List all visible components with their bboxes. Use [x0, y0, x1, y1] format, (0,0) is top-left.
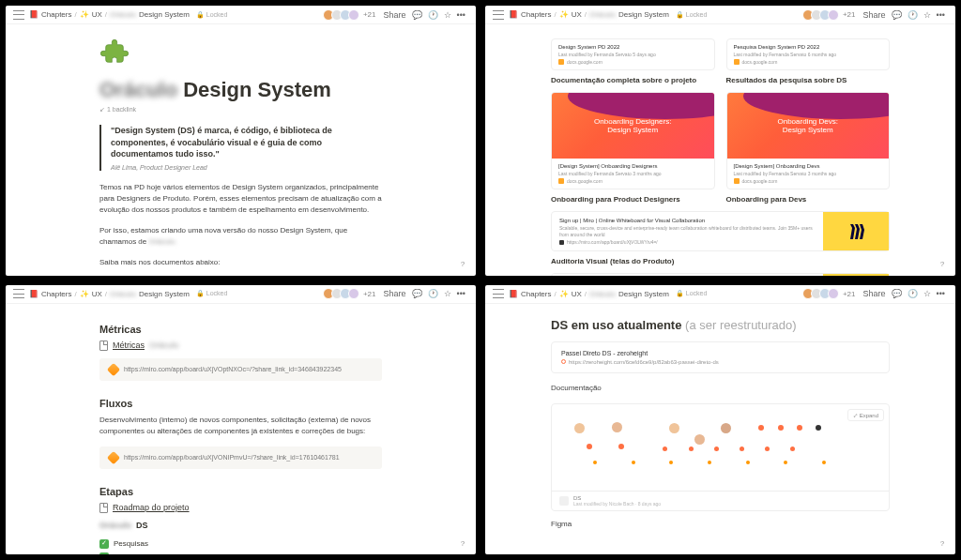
- crumb-chapters[interactable]: Chapters: [41, 10, 71, 19]
- subpage-metricas[interactable]: Métricas Oráculo: [99, 341, 382, 351]
- gdoc-icon: [558, 178, 564, 184]
- book-icon: 📕: [29, 10, 38, 19]
- miro-link-2[interactable]: https://miro.com/app/board/uXjVONIPmvU=/…: [99, 446, 382, 469]
- check-icon: ✓: [99, 552, 109, 554]
- breadcrumb[interactable]: 📕 Chapters/ ✨ UX/ Oráculo Design System …: [509, 10, 707, 19]
- subpage-roadmap[interactable]: Roadmap do projeto: [99, 503, 382, 513]
- book-icon: 📕: [29, 290, 38, 298]
- quote-text: "Design System (DS) é marca, é código, é…: [111, 125, 382, 160]
- crumb-blurred: Oráculo: [110, 10, 136, 19]
- menu-icon[interactable]: [493, 10, 504, 20]
- crumb-ds[interactable]: Design System: [139, 10, 190, 19]
- page-icon: [99, 341, 108, 351]
- book-icon: 📕: [509, 290, 518, 298]
- clock-icon[interactable]: 🕐: [908, 10, 918, 20]
- sparkle-icon: ✨: [80, 290, 89, 298]
- section-title: Documentação completa sobre o projeto: [551, 76, 715, 84]
- sparkle-icon: ✨: [559, 10, 569, 19]
- menu-icon[interactable]: [13, 10, 24, 20]
- gdoc-icon: [734, 59, 740, 65]
- page-content: DS em uso atualmente (a ser reestruturad…: [485, 304, 955, 555]
- sparkle-icon: ✨: [80, 10, 89, 19]
- presence-avatars[interactable]: [326, 9, 359, 21]
- topbar: 📕 Chapters/ ✨ UX/ Oráculo Design System …: [6, 6, 476, 24]
- heading-ds-uso: DS em uso atualmente (a ser reestruturad…: [551, 318, 890, 332]
- star-icon[interactable]: ☆: [923, 289, 931, 298]
- miro-card-1[interactable]: Sign up | Miro | Online Whiteboard for V…: [551, 211, 890, 251]
- topbar: 📕 Chapters/ ✨ UX/ Oráculo Design System …: [485, 285, 955, 304]
- help-icon[interactable]: ?: [937, 537, 948, 549]
- clock-icon[interactable]: 🕐: [428, 10, 438, 20]
- doc-card[interactable]: Design System PD 2022Last modified by Fe…: [551, 38, 715, 70]
- page-title: OráculoDesign System: [99, 78, 382, 102]
- doc-card[interactable]: Onboarding Devs:Design System [Design Sy…: [726, 92, 891, 189]
- breadcrumb[interactable]: 📕 Chapters/ ✨ UX/ Oráculo Design System …: [29, 10, 227, 19]
- share-button[interactable]: Share: [863, 289, 886, 298]
- clock-icon[interactable]: 🕐: [908, 289, 918, 298]
- doc-label: Documentação: [551, 383, 890, 394]
- share-button[interactable]: Share: [384, 10, 406, 20]
- star-icon[interactable]: ☆: [444, 10, 451, 20]
- heading-metricas: Métricas: [99, 324, 382, 335]
- lock-icon: 🔒 Locked: [196, 11, 228, 19]
- notion-window-3: 📕 Chapters/ ✨ UX/ Oráculo Design System …: [6, 285, 476, 555]
- comments-icon[interactable]: 💬: [892, 289, 902, 298]
- body-p1: Temos na PD hoje vários elementos de Des…: [99, 182, 382, 216]
- section-title: Auditoria Visual (telas do Produto): [551, 257, 890, 265]
- help-icon[interactable]: ?: [937, 259, 948, 270]
- more-icon[interactable]: •••: [937, 10, 945, 20]
- miro-card-2[interactable]: Sign up | Miro | Online Whiteboard for V…: [551, 273, 890, 276]
- star-icon[interactable]: ☆: [444, 289, 451, 298]
- share-button[interactable]: Share: [863, 10, 886, 20]
- section-title: Resultados da pesquisa sobre DS: [726, 76, 891, 84]
- lock-icon: 🔒 Locked: [196, 290, 228, 297]
- notion-window-2: 📕 Chapters/ ✨ UX/ Oráculo Design System …: [485, 6, 955, 276]
- check-icon: ✓: [99, 539, 109, 549]
- doc-card[interactable]: Onboarding Designers:Design System [Desi…: [551, 92, 715, 189]
- breadcrumb[interactable]: 📕 Chapters/ ✨ UX/ Oráculo Design System …: [29, 290, 227, 298]
- help-icon[interactable]: ?: [457, 259, 468, 270]
- section-title: Onboarding para Product Designers: [551, 195, 715, 204]
- section-title: Onboarding para Devs: [726, 195, 891, 204]
- star-icon[interactable]: ☆: [923, 10, 931, 20]
- more-icon[interactable]: •••: [457, 289, 465, 298]
- more-icon[interactable]: •••: [937, 289, 945, 298]
- miro-icon: [559, 240, 564, 245]
- more-icon[interactable]: •••: [457, 10, 465, 20]
- miro-logo: [823, 212, 889, 250]
- menu-icon[interactable]: [13, 289, 24, 298]
- figma-canvas: [561, 418, 879, 487]
- comments-icon[interactable]: 💬: [412, 289, 422, 298]
- gdoc-icon: [734, 178, 740, 184]
- help-icon[interactable]: ?: [457, 537, 468, 549]
- body-p3: Saiba mais nos documentos abaixo:: [99, 257, 382, 268]
- menu-icon[interactable]: [493, 289, 504, 298]
- page-content: Design System PD 2022Last modified by Fe…: [485, 24, 955, 276]
- lock-icon: 🔒 Locked: [676, 290, 708, 297]
- comments-icon[interactable]: 💬: [412, 10, 422, 20]
- crumb-ux[interactable]: UX: [92, 10, 102, 19]
- checklist: ✓Pesquisas ✓Fluxos ✓Naming ✓Auditoria vi…: [99, 537, 382, 555]
- heading-etapas: Etapas: [99, 486, 382, 497]
- share-button[interactable]: Share: [384, 289, 406, 298]
- comments-icon[interactable]: 💬: [892, 10, 902, 20]
- zeroheight-card[interactable]: Passei Direto DS - zeroheight https://ze…: [551, 341, 890, 373]
- quote-block: "Design System (DS) é marca, é código, é…: [99, 125, 382, 171]
- check-item[interactable]: ✓Pesquisas: [99, 537, 382, 551]
- miro-link-1[interactable]: https://miro.com/app/board/uXjVOptNXOc=/…: [99, 358, 382, 381]
- breadcrumb[interactable]: 📕 Chapters/ ✨ UX/ Oráculo Design System …: [509, 290, 707, 298]
- heading-fluxos: Fluxos: [99, 398, 382, 409]
- doc-card[interactable]: Pesquisa Design System PD 2022Last modif…: [726, 38, 891, 70]
- presence-avatars[interactable]: [326, 288, 359, 299]
- figma-embed[interactable]: ⤢ Expand: [551, 403, 890, 511]
- check-item[interactable]: ✓Fluxos: [99, 551, 382, 554]
- backlink[interactable]: ↙ 1 backlink: [99, 106, 382, 114]
- clock-icon[interactable]: 🕐: [428, 289, 438, 298]
- presence-avatars[interactable]: [805, 288, 839, 299]
- quote-author: Alê Lima, Product Designer Lead: [111, 164, 382, 171]
- presence-avatars[interactable]: [805, 9, 839, 21]
- notion-window-1: 📕 Chapters/ ✨ UX/ Oráculo Design System …: [6, 6, 476, 276]
- page-content: OráculoDesign System ↙ 1 backlink "Desig…: [6, 24, 476, 276]
- topbar: 📕 Chapters/ ✨ UX/ Oráculo Design System …: [6, 285, 476, 304]
- page-icon: [99, 503, 108, 513]
